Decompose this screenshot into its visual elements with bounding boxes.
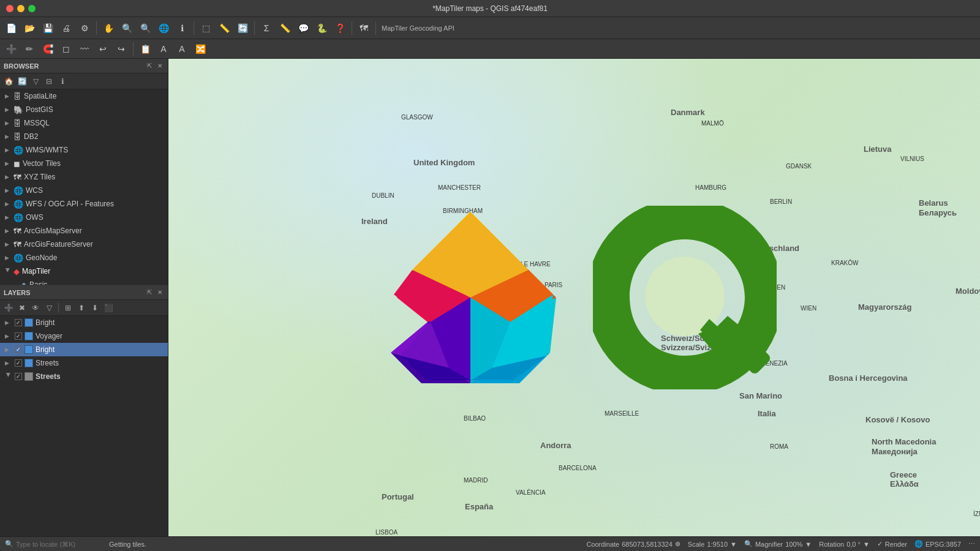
- browser-item-wcs[interactable]: ▶ 🌐 WCS: [0, 184, 168, 197]
- layer-streets-group-checkbox[interactable]: ✓: [15, 373, 22, 380]
- map-label-glasgow: GLASGOW: [401, 114, 433, 121]
- magnifier-status[interactable]: 🔍 Magnifier 100% ▼: [744, 540, 812, 548]
- layers-group-button[interactable]: ⊞: [62, 302, 74, 314]
- layer-streets-group[interactable]: ▶ ✓ Streets: [0, 370, 168, 383]
- browser-toolbar: 🏠 🔄 ▽ ⊟ ℹ: [0, 73, 168, 89]
- epsg-status[interactable]: 🌐 EPSG:3857: [914, 540, 961, 548]
- add-layer-button[interactable]: ➕: [2, 40, 20, 58]
- minimize-button[interactable]: [17, 5, 24, 12]
- identify-button[interactable]: ℹ: [173, 20, 190, 37]
- render-status[interactable]: ✓ Render: [877, 540, 907, 548]
- map-label-malmo: MALMÖ: [701, 120, 724, 127]
- layers-up-button[interactable]: ⬆: [75, 302, 88, 314]
- format-btn[interactable]: A: [155, 40, 172, 58]
- digitize-button[interactable]: ✏: [21, 40, 38, 58]
- layers-add-button[interactable]: ➕: [2, 302, 15, 314]
- select-button[interactable]: ⬚: [197, 20, 214, 37]
- layer-group-icon: [24, 372, 33, 381]
- browser-filter-button[interactable]: ▽: [29, 75, 42, 88]
- layers-close-button[interactable]: ✕: [156, 288, 164, 296]
- browser-item-maptiler[interactable]: ▶ ◆ MapTiler: [0, 264, 168, 278]
- browser-close-button[interactable]: ✕: [156, 62, 164, 70]
- layer-voyager[interactable]: ▶ ✓ Voyager: [0, 329, 168, 343]
- layer-bright-1-checkbox[interactable]: ✓: [15, 319, 22, 326]
- browser-collapse-button[interactable]: ⊟: [43, 75, 55, 88]
- python-button[interactable]: 🐍: [313, 20, 330, 37]
- pan-button[interactable]: ✋: [100, 20, 117, 37]
- zoom-out-button[interactable]: 🔍: [137, 20, 154, 37]
- rotation-value: 0,0 °: [846, 541, 861, 548]
- stats-button[interactable]: Σ: [258, 20, 275, 37]
- open-button[interactable]: 📂: [21, 20, 38, 37]
- rotation-status[interactable]: Rotation 0,0 ° ▼: [819, 541, 870, 548]
- refresh-button[interactable]: 🔄: [234, 20, 251, 37]
- map-label-dublin: DUBLIN: [372, 192, 394, 199]
- shape-button[interactable]: ◻: [58, 40, 75, 58]
- layers-float-button[interactable]: ⇱: [145, 288, 154, 296]
- browser-item-mssql[interactable]: ▶ 🗄 MSSQL: [0, 116, 168, 130]
- browser-item-spatialite[interactable]: ▶ 🗄 SpatiaLite: [0, 89, 168, 103]
- browser-float-button[interactable]: ⇱: [145, 62, 154, 70]
- layer-streets-checkbox[interactable]: ✓: [15, 359, 22, 367]
- wms-icon: 🌐: [13, 146, 23, 155]
- print-button[interactable]: 🖨: [58, 20, 75, 37]
- layers-remove2-button[interactable]: ⬛: [102, 302, 115, 314]
- more-status[interactable]: ⋯: [968, 540, 975, 548]
- layer-bright-2-checkbox[interactable]: ✓: [15, 346, 22, 353]
- browser-info-button[interactable]: ℹ: [56, 75, 69, 88]
- locate-input[interactable]: [16, 541, 102, 548]
- status-bar: 🔍 Getting tiles. Coordinate 685073,58133…: [0, 536, 980, 551]
- undo-button[interactable]: ↩: [94, 40, 111, 58]
- browser-item-geonode[interactable]: ▶ 🌐 GeoNode: [0, 251, 168, 264]
- layer-bright-1[interactable]: ▶ ✓ Bright: [0, 316, 168, 329]
- layers-filter-button[interactable]: ▽: [43, 302, 55, 314]
- layers-show-button[interactable]: 👁: [29, 302, 42, 314]
- search-status[interactable]: 🔍: [5, 540, 102, 548]
- help-button[interactable]: ❓: [331, 20, 349, 37]
- browser-item-basic[interactable]: ◆ Basic: [0, 278, 168, 285]
- browser-item-wmswmts[interactable]: ▶ 🌐 WMS/WMTS: [0, 143, 168, 157]
- map-area[interactable]: GLASGOW Danmark MALMÖ Lietuva VILNIUS SM…: [168, 59, 980, 536]
- layers-panel-controls[interactable]: ⇱ ✕: [145, 288, 164, 296]
- new-button[interactable]: 📄: [2, 20, 20, 37]
- scale-bar-button[interactable]: 📏: [276, 20, 293, 37]
- browser-refresh-button[interactable]: 🔄: [16, 75, 28, 88]
- browser-item-arcgismapserver[interactable]: ▶ 🗺 ArcGisMapServer: [0, 224, 168, 238]
- getting-tiles-label: Getting tiles.: [109, 541, 146, 548]
- zoom-full-button[interactable]: 🌐: [155, 20, 172, 37]
- browser-item-arcgisfeatureserver[interactable]: ▶ 🗺 ArcGisFeatureServer: [0, 238, 168, 251]
- map-label-ellada: Ελλάδα: [890, 479, 919, 489]
- browser-item-postgis[interactable]: ▶ 🐘 PostGIS: [0, 103, 168, 116]
- browser-item-wfs[interactable]: ▶ 🌐 WFS / OGC API - Features: [0, 197, 168, 211]
- layers-tree: ▶ ✓ Bright ▶ ✓ Voyager ▶ ✓ Bright: [0, 316, 168, 536]
- maximize-button[interactable]: [28, 5, 36, 12]
- redo-button[interactable]: ↪: [113, 40, 130, 58]
- save-button[interactable]: 💾: [39, 20, 56, 37]
- magnifier-icon: 🔍: [744, 540, 753, 548]
- browser-home-button[interactable]: 🏠: [2, 75, 15, 88]
- browser-item-ows[interactable]: ▶ 🌐 OWS: [0, 211, 168, 224]
- annotation-button[interactable]: 💬: [295, 20, 312, 37]
- properties-button[interactable]: ⚙: [76, 20, 93, 37]
- layers-toolbar: ➕ ✖ 👁 ▽ ⊞ ⬆ ⬇ ⬛: [0, 300, 168, 316]
- browser-item-db2[interactable]: ▶ 🗄 DB2: [0, 130, 168, 143]
- zoom-in-button[interactable]: 🔍: [118, 20, 135, 37]
- layer-streets[interactable]: ▶ ✓ Streets: [0, 356, 168, 370]
- layer-bright-2[interactable]: ▶ ✓ Bright: [0, 343, 168, 356]
- scale-status[interactable]: Scale 1:9510 ▼: [688, 541, 737, 548]
- routing-btn[interactable]: 🔀: [192, 40, 209, 58]
- browser-panel-controls[interactable]: ⇱ ✕: [145, 62, 164, 70]
- measure-button[interactable]: 📏: [216, 20, 233, 37]
- format-btn2[interactable]: A: [173, 40, 190, 58]
- browser-item-vector-tiles[interactable]: ▶ ◼ Vector Tiles: [0, 157, 168, 170]
- atlas-button[interactable]: 📋: [137, 40, 154, 58]
- browser-item-xyz[interactable]: ▶ 🗺 XYZ Tiles: [0, 170, 168, 184]
- layer-button[interactable]: 🗺: [355, 20, 372, 37]
- close-button[interactable]: [6, 5, 13, 12]
- layer-bright-2-label: Bright: [36, 345, 55, 354]
- layers-remove-button[interactable]: ✖: [16, 302, 28, 314]
- layer-voyager-checkbox[interactable]: ✓: [15, 332, 22, 340]
- layers-down-button[interactable]: ⬇: [89, 302, 101, 314]
- snapping-button[interactable]: 🧲: [39, 40, 56, 58]
- curve-button[interactable]: 〰: [76, 40, 93, 58]
